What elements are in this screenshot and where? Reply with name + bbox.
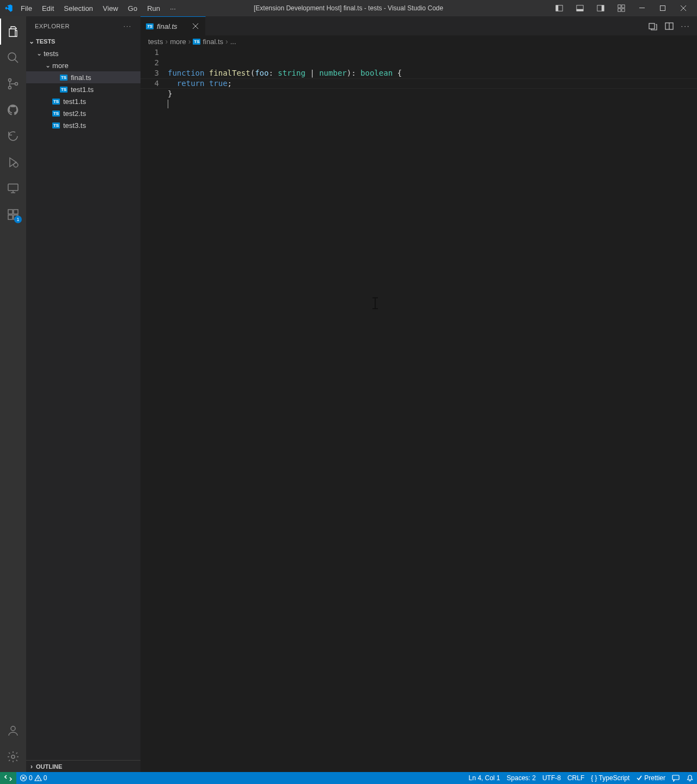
tree-file[interactable]: TStest3.ts — [26, 119, 140, 131]
typescript-file-icon: TS — [193, 39, 200, 45]
tree-folder[interactable]: ⌄more — [26, 59, 140, 71]
breadcrumb-tests[interactable]: tests — [148, 38, 163, 46]
code-line[interactable]: return true; — [168, 78, 697, 89]
editor-more-icon[interactable]: ··· — [680, 20, 692, 32]
svg-rect-7 — [622, 5, 625, 8]
layout-sidebar-right-icon[interactable] — [591, 0, 610, 16]
line-number-gutter: 1234 — [140, 47, 168, 772]
breadcrumb-file[interactable]: final.ts — [203, 38, 223, 46]
status-cursor-position[interactable]: Ln 4, Col 1 — [465, 772, 503, 784]
customize-layout-icon[interactable] — [612, 0, 631, 16]
layout-panel-icon[interactable] — [571, 0, 589, 16]
breadcrumb-more[interactable]: more — [170, 38, 186, 46]
chevron-down-icon: ⌄ — [27, 38, 36, 45]
compare-changes-icon[interactable] — [647, 20, 659, 32]
maximize-button[interactable] — [653, 0, 672, 16]
minimize-button[interactable] — [633, 0, 651, 16]
status-bar: 0 0 Ln 4, Col 1 Spaces: 2 UTF-8 CRLF { }… — [0, 772, 697, 784]
tree-file[interactable]: TStest2.ts — [26, 107, 140, 119]
line-number: 2 — [140, 58, 159, 68]
line-number: 1 — [140, 47, 159, 58]
layout-sidebar-left-icon[interactable] — [550, 0, 568, 16]
svg-rect-3 — [577, 9, 583, 11]
status-indentation[interactable]: Spaces: 2 — [504, 772, 539, 784]
status-feedback[interactable] — [669, 772, 683, 784]
typescript-file-icon: TS — [146, 23, 154, 29]
menu-bar: File Edit Selection View Go Run ··· — [16, 2, 180, 15]
root-folder-label: TESTS — [36, 38, 55, 45]
menu-run[interactable]: Run — [143, 2, 164, 15]
activity-extensions[interactable]: 1 — [0, 201, 26, 228]
status-eol[interactable]: CRLF — [564, 772, 588, 784]
activity-accounts[interactable] — [0, 718, 26, 744]
chevron-down-icon: ⌄ — [44, 62, 52, 69]
split-editor-icon[interactable] — [663, 20, 675, 32]
menu-go[interactable]: Go — [124, 2, 142, 15]
status-right: Ln 4, Col 1 Spaces: 2 UTF-8 CRLF { } Typ… — [465, 772, 697, 784]
activity-remote-explorer[interactable] — [0, 175, 26, 201]
menu-selection[interactable]: Selection — [59, 2, 97, 15]
tree-file[interactable]: TSfinal.ts — [26, 71, 140, 83]
extensions-badge: 1 — [14, 216, 22, 223]
code-line[interactable]: } — [168, 89, 697, 99]
svg-rect-1 — [556, 5, 558, 11]
titlebar-right — [550, 0, 693, 16]
activity-timeline[interactable] — [0, 123, 26, 149]
status-language-mode[interactable]: { } TypeScript — [588, 772, 633, 784]
editor-body[interactable]: 1234 function finalTest(foo: string | nu… — [140, 47, 697, 772]
status-encoding[interactable]: UTF-8 — [539, 772, 564, 784]
breadcrumb-symbol[interactable]: ... — [230, 38, 236, 46]
outline-section[interactable]: › OUTLINE — [26, 760, 140, 772]
braces-icon: { } — [591, 774, 597, 782]
tree-file[interactable]: TStest1.ts — [26, 83, 140, 95]
status-error-count: 0 — [29, 774, 33, 782]
code-content[interactable]: function finalTest(foo: string | number)… — [168, 47, 697, 772]
activity-settings[interactable] — [0, 744, 26, 770]
svg-rect-11 — [661, 6, 665, 11]
status-problems[interactable]: 0 0 — [16, 772, 50, 784]
outline-label: OUTLINE — [36, 763, 62, 770]
tree-folder[interactable]: ⌄tests — [26, 47, 140, 59]
svg-point-12 — [8, 53, 16, 60]
tabs-bar: TS final.ts ··· — [140, 16, 697, 35]
editor-cursor — [168, 100, 168, 108]
chevron-right-icon: › — [27, 763, 36, 770]
tree-label: test3.ts — [63, 121, 86, 130]
line-number: 4 — [140, 78, 159, 89]
code-line[interactable] — [168, 99, 697, 109]
activity-github[interactable] — [0, 97, 26, 123]
status-prettier[interactable]: Prettier — [633, 772, 669, 784]
menu-view[interactable]: View — [99, 2, 123, 15]
svg-rect-24 — [649, 23, 655, 29]
menu-edit[interactable]: Edit — [38, 2, 58, 15]
status-notifications[interactable] — [683, 772, 697, 784]
tab-label: final.ts — [157, 22, 178, 30]
svg-point-14 — [9, 87, 11, 89]
activity-search[interactable] — [0, 45, 26, 71]
close-button[interactable] — [674, 0, 693, 16]
file-tree: ⌄tests⌄moreTSfinal.tsTStest1.tsTStest1.t… — [26, 47, 140, 760]
vscode-logo-icon — [4, 4, 13, 13]
tab-close-icon[interactable] — [191, 22, 200, 30]
code-line[interactable]: function finalTest(foo: string | number)… — [168, 68, 697, 78]
menu-file[interactable]: File — [16, 2, 36, 15]
sidebar-more-icon[interactable]: ··· — [124, 23, 132, 29]
tree-file[interactable]: TStest1.ts — [26, 95, 140, 107]
svg-rect-18 — [8, 210, 13, 214]
tab-final-ts[interactable]: TS final.ts — [140, 16, 206, 35]
svg-point-15 — [15, 83, 18, 85]
svg-rect-6 — [618, 5, 621, 8]
breadcrumbs[interactable]: tests › more › TS final.ts › ... — [140, 35, 697, 47]
svg-point-22 — [11, 726, 15, 731]
activity-explorer[interactable] — [0, 19, 26, 45]
svg-rect-21 — [14, 210, 18, 214]
svg-rect-17 — [8, 184, 18, 191]
chevron-down-icon: ⌄ — [35, 50, 44, 57]
status-remote-button[interactable] — [0, 772, 16, 784]
activity-source-control[interactable] — [0, 71, 26, 97]
activity-run-debug[interactable] — [0, 149, 26, 175]
sidebar: EXPLORER ··· ⌄ TESTS ⌄tests⌄moreTSfinal.… — [26, 16, 140, 772]
sidebar-folder-root[interactable]: ⌄ TESTS — [26, 35, 140, 47]
menu-more[interactable]: ··· — [166, 2, 180, 15]
svg-rect-30 — [672, 775, 679, 780]
